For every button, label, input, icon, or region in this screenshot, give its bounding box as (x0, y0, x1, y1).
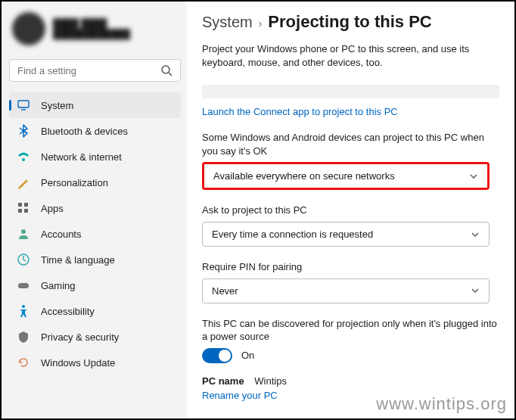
sidebar-item-update[interactable]: Windows Update (9, 350, 181, 375)
update-icon (17, 356, 30, 369)
time-icon (17, 253, 30, 266)
availability-dropdown[interactable]: Available everywhere on secure networks (202, 162, 490, 190)
nav-label: Gaming (41, 280, 76, 291)
nav-label: Network & internet (41, 151, 122, 163)
sidebar-item-system[interactable]: System (9, 92, 181, 118)
sidebar-item-apps[interactable]: Apps (9, 195, 181, 221)
nav-label: Windows Update (41, 357, 115, 369)
discoverable-toggle[interactable] (202, 348, 232, 363)
nav-label: System (41, 100, 73, 111)
svg-rect-9 (18, 209, 22, 213)
breadcrumb-parent[interactable]: System (202, 14, 253, 31)
svg-line-1 (169, 73, 172, 76)
sidebar-item-gaming[interactable]: Gaming (9, 272, 181, 298)
svg-point-0 (162, 66, 169, 73)
page-title: Projecting to this PC (268, 12, 431, 32)
page-description: Project your Windows phone or PC to this… (202, 42, 499, 70)
search-field[interactable] (17, 65, 160, 76)
pin-dropdown[interactable]: Never (202, 278, 490, 303)
nav-label: Apps (41, 203, 64, 214)
user-name: ████ ████ (53, 18, 130, 29)
ask-dropdown[interactable]: Every time a connection is requested (202, 222, 490, 247)
sidebar-item-bluetooth[interactable]: Bluetooth & devices (9, 118, 181, 144)
search-icon (160, 64, 173, 76)
sidebar-item-personalization[interactable]: Personalization (9, 170, 181, 195)
chevron-down-icon (471, 286, 480, 295)
sidebar: ████ ████ ████████████ System Bluetooth … (2, 2, 187, 418)
search-input[interactable] (9, 59, 181, 82)
user-profile[interactable]: ████ ████ ████████████ (9, 9, 181, 48)
dropdown-value: Never (212, 285, 238, 297)
svg-point-6 (22, 158, 25, 161)
sidebar-item-accessibility[interactable]: Accessibility (9, 298, 181, 324)
chevron-down-icon (471, 230, 480, 239)
user-email: ████████████ (53, 29, 130, 39)
rename-pc-link[interactable]: Rename your PC (202, 390, 499, 401)
main-content: System › Projecting to this PC Project y… (187, 2, 514, 418)
bluetooth-icon (17, 124, 30, 138)
gaming-icon (17, 278, 30, 292)
nav-label: Privacy & security (41, 331, 119, 343)
svg-rect-13 (18, 283, 29, 288)
svg-point-14 (22, 305, 25, 308)
svg-point-11 (21, 229, 26, 234)
chevron-down-icon (469, 172, 478, 181)
dropdown-value: Every time a connection is requested (212, 229, 373, 240)
svg-rect-10 (24, 209, 28, 213)
info-banner (202, 85, 499, 98)
system-icon (17, 98, 30, 112)
personalization-icon (17, 176, 30, 189)
discoverable-label: This PC can be discovered for projection… (202, 317, 499, 344)
accounts-icon (17, 227, 30, 241)
nav-label: Time & language (41, 254, 115, 266)
toggle-state: On (241, 350, 254, 361)
launch-connect-link[interactable]: Launch the Connect app to project to thi… (202, 106, 499, 117)
nav-label: Personalization (41, 177, 108, 188)
pc-name-row: PC name Wintips (202, 375, 499, 387)
nav-label: Accounts (41, 229, 81, 240)
dropdown-value: Available everywhere on secure networks (213, 170, 395, 182)
pc-name-value: Wintips (254, 375, 287, 387)
nav-label: Accessibility (41, 306, 95, 317)
availability-label: Some Windows and Android devices can pro… (202, 131, 499, 157)
accessibility-icon (17, 304, 30, 318)
svg-rect-2 (18, 101, 29, 107)
privacy-icon (17, 330, 30, 344)
ask-label: Ask to project to this PC (202, 204, 499, 217)
sidebar-item-time[interactable]: Time & language (9, 247, 181, 272)
network-icon (17, 150, 30, 163)
apps-icon (17, 201, 30, 215)
pc-name-label: PC name (202, 375, 244, 387)
sidebar-item-accounts[interactable]: Accounts (9, 221, 181, 247)
pin-label: Require PIN for pairing (202, 260, 499, 274)
sidebar-item-network[interactable]: Network & internet (9, 144, 181, 170)
chevron-right-icon: › (259, 17, 263, 30)
breadcrumb: System › Projecting to this PC (202, 12, 499, 32)
sidebar-item-privacy[interactable]: Privacy & security (9, 324, 181, 350)
nav-label: Bluetooth & devices (41, 126, 128, 137)
avatar (12, 12, 45, 45)
svg-rect-7 (18, 203, 22, 207)
svg-rect-8 (24, 203, 28, 207)
